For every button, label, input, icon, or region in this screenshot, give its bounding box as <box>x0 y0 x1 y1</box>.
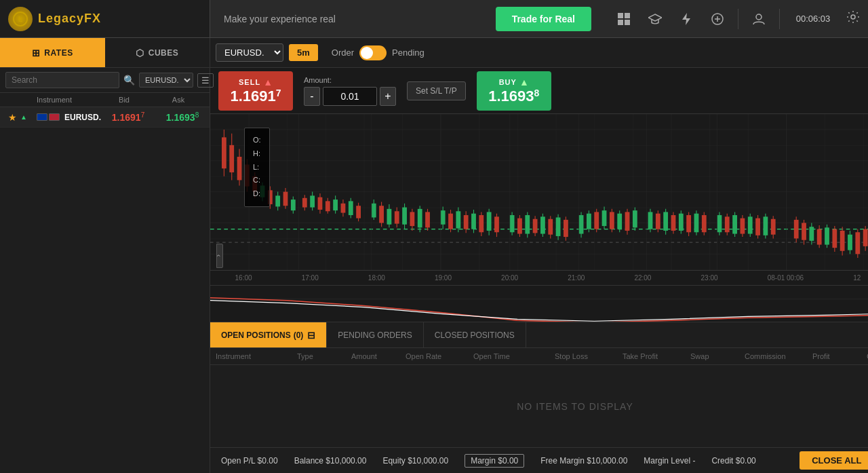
x-label-2: 17:00 <box>302 274 319 282</box>
ohlc-o: O: <box>253 134 261 147</box>
instrument-table-header: Instrument Bid Ask <box>0 93 210 107</box>
svg-point-12 <box>851 15 855 19</box>
cubes-icon: ⬡ <box>136 48 144 58</box>
search-button[interactable]: 🔍 <box>123 75 135 86</box>
grid-icon-button[interactable] <box>613 8 635 30</box>
buy-arrow-up: ▲ <box>519 77 529 88</box>
trading-panel: SELL ▲ 1.16917 Amount: - + Set S/L T/P <box>210 68 868 114</box>
buy-button[interactable]: BUY ▲ 1.16938 <box>477 71 551 111</box>
positions-table-header: Instrument Type Amount Open Rate Open Ti… <box>210 348 868 365</box>
search-input[interactable] <box>5 72 119 88</box>
list-icon: ⊟ <box>307 330 315 341</box>
right-main: EURUSD. 5m Order Pending <box>210 38 868 473</box>
svg-rect-4 <box>618 20 623 25</box>
plus-circle-icon-button[interactable] <box>707 8 728 30</box>
x-axis: 16:00 17:00 18:00 19:00 20:00 21:00 22:0… <box>210 270 868 285</box>
x-label-8: 23:00 <box>701 274 718 282</box>
trade-for-real-button[interactable]: Trade for Real <box>496 7 591 31</box>
tab-open-positions[interactable]: OPEN POSITIONS (0) ⊟ <box>210 322 327 347</box>
bid-value: 1.16917 <box>101 111 155 123</box>
x-label-4: 19:00 <box>435 274 452 282</box>
indicator-chart: 0.00023 -0.00009 -0.00037 -0.00057 ▼ <box>210 285 868 322</box>
price-chart-svg <box>210 114 868 285</box>
lightning-icon-button[interactable] <box>675 8 697 30</box>
open-pl-stat: Open P/L $0.00 <box>221 456 278 466</box>
tab-closed-positions[interactable]: CLOSED POSITIONS <box>424 322 526 347</box>
increase-amount-button[interactable]: + <box>380 87 396 106</box>
positions-tabs: OPEN POSITIONS (0) ⊟ PENDING ORDERS CLOS… <box>210 322 868 348</box>
candlestick-chart: O: H: L: C: D: <box>210 114 868 285</box>
margin-stat: Margin $0.00 <box>465 454 524 468</box>
order-label: Order <box>332 48 354 58</box>
sidebar-collapse-button[interactable]: ‹ <box>216 244 223 268</box>
search-bar: 🔍 EURUSD. ☰ <box>0 68 210 93</box>
instrument-name-cell: EURUSD. <box>37 113 101 122</box>
sell-label: SELL <box>239 78 260 86</box>
positions-panel: OPEN POSITIONS (0) ⊟ PENDING ORDERS CLOS… <box>210 322 868 447</box>
decrease-amount-button[interactable]: - <box>304 87 320 106</box>
sell-price: 1.16917 <box>230 88 281 105</box>
x-label-7: 22:00 <box>634 274 651 282</box>
flag-pair <box>37 113 60 121</box>
tab-cubes[interactable]: ⬡ CUBES <box>105 38 210 67</box>
divider <box>738 9 738 29</box>
graduation-cap-icon-button[interactable] <box>644 8 666 30</box>
bottom-bar: Open P/L $0.00 Balance $10,000.00 Equity… <box>210 447 868 473</box>
x-label-1: 16:00 <box>235 274 252 282</box>
balance-stat: Balance $10,000.00 <box>294 456 367 466</box>
instrument-name: EURUSD. <box>62 113 101 122</box>
svg-marker-6 <box>648 14 662 21</box>
ohlc-d: D: <box>253 187 261 201</box>
header-middle: Make your experience real Trade for Real <box>210 7 605 31</box>
set-sl-tp-button[interactable]: Set S/L T/P <box>407 81 466 100</box>
svg-marker-7 <box>682 13 690 25</box>
chart-toolbar: EURUSD. 5m Order Pending <box>210 38 868 68</box>
order-toggle[interactable] <box>359 45 387 60</box>
ohlc-c: C: <box>253 174 261 187</box>
x-label-10: 12 <box>853 274 861 282</box>
svg-rect-2 <box>618 13 623 18</box>
indicator-svg <box>210 286 868 322</box>
instrument-filter-select[interactable]: EURUSD. <box>139 73 193 88</box>
header-icons: 00:06:03 <box>605 8 868 30</box>
trend-indicator: ▲ <box>20 113 37 121</box>
credit-stat: Credit $0.00 <box>711 456 755 466</box>
chart-container: O: H: L: C: D: <box>210 114 868 322</box>
ask-value: 1.16938 <box>155 111 210 123</box>
amount-input[interactable] <box>323 87 377 106</box>
top-header: L LegacyFX Make your experience real Tra… <box>0 0 868 38</box>
tab-pending-orders[interactable]: PENDING ORDERS <box>327 322 423 347</box>
amount-label: Amount: <box>304 76 332 84</box>
x-label-3: 18:00 <box>368 274 385 282</box>
sell-button[interactable]: SELL ▲ 1.16917 <box>218 71 293 111</box>
favorite-star-button[interactable]: ★ <box>4 112 20 123</box>
eu-flag <box>37 113 47 121</box>
positions-body: NO ITEMS TO DISPLAY <box>210 365 868 447</box>
divider2 <box>779 9 780 29</box>
logo-icon: L <box>8 7 33 31</box>
svg-point-11 <box>756 14 762 20</box>
left-sidebar: ⊞ RATES ⬡ CUBES 🔍 EURUSD. ☰ Instrument B… <box>0 38 210 473</box>
logo-text: LegacyFX <box>38 12 101 26</box>
us-flag <box>49 113 60 121</box>
x-label-9: 08-01 00:06 <box>768 274 804 282</box>
symbol-select[interactable]: EURUSD. <box>216 43 283 62</box>
close-all-button[interactable]: CLOSE ALL <box>800 451 868 470</box>
free-margin-stat: Free Margin $10,000.00 <box>540 456 627 466</box>
user-icon-button[interactable] <box>748 8 770 30</box>
sidebar-tabs: ⊞ RATES ⬡ CUBES <box>0 38 210 68</box>
tab-rates[interactable]: ⊞ RATES <box>0 38 105 67</box>
buy-price: 1.16938 <box>488 88 539 105</box>
x-label-6: 21:00 <box>568 274 585 282</box>
settings-icon-button[interactable] <box>846 10 860 27</box>
ohlc-h: H: <box>253 147 261 161</box>
list-view-button[interactable]: ☰ <box>197 73 214 88</box>
margin-level-stat: Margin Level - <box>644 456 695 466</box>
instrument-table: Instrument Bid Ask ★ ▲ EURUSD. 1.16917 <box>0 93 210 473</box>
equity-stat: Equity $10,000.00 <box>382 456 448 466</box>
table-row[interactable]: ★ ▲ EURUSD. 1.16917 1.16938 <box>0 107 210 128</box>
ohlc-l: L: <box>253 161 261 174</box>
timeframe-button[interactable]: 5m <box>289 44 318 61</box>
main-area: ⊞ RATES ⬡ CUBES 🔍 EURUSD. ☰ Instrument B… <box>0 38 868 473</box>
header-tagline: Make your experience real <box>224 14 336 24</box>
